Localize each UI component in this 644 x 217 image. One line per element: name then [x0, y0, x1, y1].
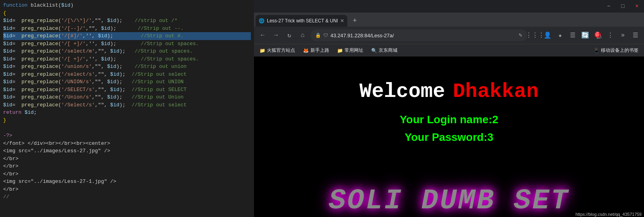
- code-line-html-2: <img src="../images/Less-27.jpg" />: [3, 147, 251, 155]
- bookmark-folder-icon-1: 📁: [259, 48, 265, 53]
- account-icon[interactable]: 👤: [542, 30, 553, 41]
- toolbar-actions: ⋮⋮⋮ 👤 ★ ☰ 🔄 🪀 ⋮ » ☰: [530, 30, 641, 41]
- code-line-php-close: -?>: [3, 132, 251, 140]
- bookmark-label-2: 新手上路: [310, 47, 329, 54]
- code-line-html-8: //: [3, 193, 251, 201]
- bookmark-label-4: 京东商城: [379, 47, 397, 54]
- bookmark-item-1[interactable]: 📁 火狐官方站点: [257, 46, 298, 55]
- menu-button[interactable]: ☰: [630, 30, 641, 41]
- code-line-12: $id= preg_replace('/SELECT/s',"", $id); …: [3, 86, 251, 94]
- forward-button[interactable]: →: [270, 30, 281, 41]
- code-line-5: $id= preg_replace('/[#]/','', $id); //St…: [3, 32, 251, 40]
- code-line-html-4: </br>: [3, 162, 251, 170]
- minimize-button[interactable]: −: [605, 3, 613, 9]
- empty-line-1: [3, 124, 251, 132]
- code-line-16: }: [3, 117, 251, 124]
- login-info: Your Login name:2 Your Password:3: [400, 111, 499, 146]
- bookmark-item-3[interactable]: 📁 常用网址: [335, 46, 366, 55]
- code-line-10: $id= preg_replace('/select/s',"", $id); …: [3, 71, 251, 78]
- code-editor: function blacklist($id) { $id= preg_repl…: [0, 0, 254, 217]
- mobile-bookmark-icon: 📱: [593, 48, 599, 53]
- code-line-11: $id= preg_replace('/UNION/s',"", $id); /…: [3, 78, 251, 86]
- username-label: Dhakkan: [453, 80, 539, 103]
- code-line-html-6: <img src="../images/Less-27-1.jpg" />: [3, 178, 251, 186]
- tab-close-button[interactable]: ✕: [340, 18, 344, 24]
- addon-icon[interactable]: 🪀: [592, 30, 603, 41]
- code-line-html-5: </br>: [3, 170, 251, 178]
- browser-toolbar: ← → ↻ ⌂ 🔒 🛡 43.247.91.228:84/Less-27a/ ✎…: [254, 27, 644, 44]
- password-text: Your Password:3: [400, 129, 499, 146]
- bookmark-item-4[interactable]: 🔍 京东商城: [369, 46, 400, 55]
- bookmark-search-icon: 🔍: [371, 48, 377, 53]
- tab-favicon: 🌐: [259, 18, 265, 24]
- library-icon[interactable]: ☰: [567, 30, 578, 41]
- overflow-icon[interactable]: »: [617, 30, 628, 41]
- mobile-bookmark-item[interactable]: 📱 移动设备上的书签: [591, 46, 641, 55]
- more-icon[interactable]: ⋮: [605, 30, 616, 41]
- keyword-function: function: [3, 2, 27, 9]
- welcome-label: Welcome: [359, 80, 445, 103]
- code-line-html-7: </br>: [3, 186, 251, 193]
- code-line-8: $id= preg_replace('/[ +]/','', $id); //S…: [3, 55, 251, 63]
- bottom-banner-text: SOLI DUMB SET: [329, 185, 570, 217]
- code-line-6: $id= preg_replace('/[ +]/','', $id); //S…: [3, 40, 251, 48]
- tab-title: Less-27 Trick with SELECT & UNI: [267, 18, 338, 24]
- mobile-bookmark-label: 移动设备上的书签: [601, 47, 639, 54]
- code-line-9: $id= preg_replace('/union/s',"", $id); /…: [3, 63, 251, 71]
- url-text: 43.247.91.228:84/Less-27a/: [330, 33, 394, 38]
- welcome-heading: Welcome Dhakkan: [359, 80, 539, 103]
- code-line-14: $id= preg_replace('/Select/s',"", $id); …: [3, 101, 251, 109]
- code-line-1: function blacklist($id): [3, 2, 251, 9]
- bookmark-label-3: 常用网址: [345, 47, 363, 54]
- bookmark-fox-icon: 🦊: [303, 48, 309, 53]
- browser-tabbar: 🌐 Less-27 Trick with SELECT & UNI ✕ +: [254, 13, 644, 27]
- browser-window: − □ × 🌐 Less-27 Trick with SELECT & UNI …: [254, 0, 644, 217]
- status-url: https://blog.csdn.net/qq_43571759: [575, 212, 642, 217]
- bookmark-item-2[interactable]: 🦊 新手上路: [301, 46, 332, 55]
- bookmark-folder-icon-2: 📁: [337, 48, 343, 53]
- login-name-text: Your Login name:2: [400, 111, 499, 129]
- maximize-button[interactable]: □: [619, 3, 627, 9]
- address-bar[interactable]: 🔒 🛡 43.247.91.228:84/Less-27a/ ✎: [310, 29, 527, 41]
- bookmark-star-icon[interactable]: ★: [555, 30, 566, 41]
- close-button[interactable]: ×: [633, 3, 641, 9]
- new-tab-button[interactable]: +: [349, 15, 361, 27]
- code-line-13: $id= preg_replace('/Union/s',"", $id); /…: [3, 93, 251, 101]
- security-icon: 🔒: [315, 33, 321, 38]
- bookmarks-bar: 📁 火狐官方站点 🦊 新手上路 📁 常用网址 🔍 京东商城 📱 移动设备上的书签: [254, 44, 644, 57]
- bookmark-label-1: 火狐官方站点: [267, 47, 295, 54]
- status-bar: https://blog.csdn.net/qq_43571759: [573, 212, 644, 217]
- code-line-4: $id= preg_replace('/[--]/',"", $id); //S…: [3, 25, 251, 33]
- code-line-7: $id= preg_replace('/select/m',"", $id); …: [3, 47, 251, 55]
- code-line-html-3: </br>: [3, 155, 251, 163]
- extensions-icon[interactable]: ⋮⋮⋮: [530, 30, 541, 41]
- code-line-2: {: [3, 9, 251, 17]
- code-line-15: return $id;: [3, 109, 251, 117]
- code-line-html-1: </font> </div><br></br><br><center>: [3, 140, 251, 148]
- browser-tab-active[interactable]: 🌐 Less-27 Trick with SELECT & UNI ✕: [256, 15, 347, 27]
- code-line-3: $id= preg_replace('/[\/\*]/',"", $id); /…: [3, 17, 251, 25]
- home-button[interactable]: ⌂: [297, 30, 308, 41]
- reload-button[interactable]: ↻: [284, 30, 295, 41]
- browser-titlebar: − □ ×: [254, 0, 644, 13]
- back-button[interactable]: ←: [257, 30, 268, 41]
- search-icon: ✎: [519, 33, 522, 38]
- shield-icon: 🛡: [323, 33, 328, 38]
- sync-icon[interactable]: 🔄: [580, 30, 591, 41]
- browser-content: Welcome Dhakkan Your Login name:2 Your P…: [254, 57, 644, 217]
